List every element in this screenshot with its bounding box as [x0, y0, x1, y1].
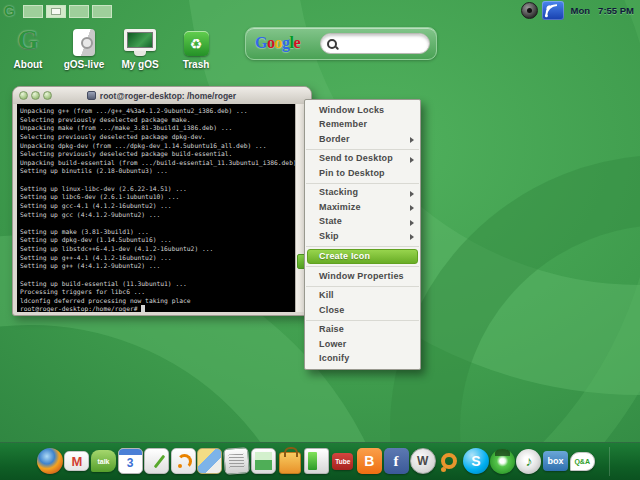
- window-button-2[interactable]: [31, 91, 40, 100]
- dock-icon-google-talk[interactable]: talk: [90, 446, 117, 476]
- dock-icon-xine[interactable]: [489, 446, 516, 476]
- menu-item-window-locks[interactable]: Window Locks: [305, 103, 420, 118]
- menu-item-label: Border: [319, 134, 350, 144]
- dock-icon-qa[interactable]: Q&A: [569, 446, 596, 476]
- desktop-icons: GAboutgOS-liveMy gOS♻Trash: [0, 26, 224, 70]
- skype-icon: S: [463, 448, 489, 474]
- pager-desktop-3[interactable]: [69, 5, 89, 18]
- menu-item-label: State: [319, 216, 342, 226]
- menu-item-label: Window Properties: [319, 271, 404, 281]
- menu-separator: [306, 266, 419, 267]
- dock-icon-google-maps[interactable]: [197, 446, 224, 476]
- menu-item-create-icon[interactable]: Create Icon: [307, 249, 418, 265]
- window-title-area: root@roger-desktop: /home/roger: [52, 91, 271, 101]
- dock-icons: Mtalk3TubeBfWS♪boxQ&A: [37, 446, 595, 476]
- submenu-arrow-icon: [410, 234, 414, 240]
- youtube-icon: Tube: [332, 453, 353, 470]
- submenu-arrow-icon: [410, 157, 414, 163]
- gos-logo-icon[interactable]: G: [4, 3, 15, 19]
- dock-icon-picasa[interactable]: [250, 446, 277, 476]
- terminal-line: Setting up g++ (4:4.1.2-9ubuntu2) ...: [20, 262, 295, 271]
- dock-icon-gmail[interactable]: M: [64, 446, 91, 476]
- dock-icon-youtube[interactable]: Tube: [330, 446, 357, 476]
- menu-item-lower[interactable]: Lower: [305, 337, 420, 352]
- menu-item-label: Window Locks: [319, 105, 384, 115]
- dock-icon-google-reader[interactable]: [170, 446, 197, 476]
- terminal-icon: [87, 91, 96, 100]
- dock-icon-meebo[interactable]: [436, 446, 463, 476]
- menu-item-remember[interactable]: Remember: [305, 118, 420, 133]
- dock-icon-google-docs[interactable]: [143, 446, 170, 476]
- dock-icon-gos-store[interactable]: [303, 446, 330, 476]
- terminal-line: Selecting previously deselected package …: [20, 133, 295, 142]
- dock-icon-google-news[interactable]: [223, 446, 250, 476]
- system-tray: Mon 7:55 PM: [521, 1, 636, 20]
- pager-desktop-4[interactable]: [92, 5, 112, 18]
- window-button-1[interactable]: [19, 91, 28, 100]
- menu-item-window-properties[interactable]: Window Properties: [305, 269, 420, 284]
- terminal-line: Setting up libc6-dev (2.6.1-1ubuntu10) .…: [20, 193, 295, 202]
- menu-item-close[interactable]: Close: [305, 303, 420, 318]
- desktop-icon-about[interactable]: GAbout: [0, 26, 56, 70]
- terminal-prompt: root@roger-desktop:/home/roger#: [20, 305, 138, 312]
- rhythmbox-icon: ♪: [516, 449, 541, 474]
- terminal-line: ldconfig deferred processing now taking …: [20, 297, 295, 306]
- terminal-line: Setting up binutils (2.18-0ubuntu3) ...: [20, 167, 295, 176]
- wifi-icon[interactable]: [542, 1, 564, 20]
- terminal-line: Setting up linux-libc-dev (2.6.22-14.51)…: [20, 185, 295, 194]
- top-panel: G Mon 7:55 PM: [0, 0, 640, 22]
- menu-item-state[interactable]: State: [305, 215, 420, 230]
- clock-time: 7:55 PM: [598, 5, 634, 16]
- google-docs-icon: [144, 448, 169, 474]
- desktop-icon-my-gos[interactable]: My gOS: [112, 26, 168, 70]
- google-talk-icon: talk: [91, 450, 116, 472]
- dock-icon-firefox[interactable]: [37, 446, 64, 476]
- clock[interactable]: Mon 7:55 PM: [571, 5, 634, 16]
- menu-item-skip[interactable]: Skip: [305, 229, 420, 244]
- menu-item-stacking[interactable]: Stacking: [305, 186, 420, 201]
- window-button-3[interactable]: [43, 91, 52, 100]
- google-news-icon: [223, 447, 250, 475]
- dock-icon-blogger[interactable]: B: [356, 446, 383, 476]
- qa-icon: Q&A: [570, 452, 595, 471]
- desktop-icon-gos-live[interactable]: gOS-live: [56, 26, 112, 70]
- terminal-line: Setting up libstdc++6-4.1-dev (4.1.2-16u…: [20, 245, 295, 254]
- terminal-titlebar[interactable]: root@roger-desktop: /home/roger: [13, 87, 311, 104]
- dock-icon-wikipedia[interactable]: W: [409, 446, 436, 476]
- dock-icon-facebook[interactable]: f: [383, 446, 410, 476]
- menu-item-border[interactable]: Border: [305, 132, 420, 147]
- dock: Mtalk3TubeBfWS♪boxQ&A: [0, 442, 640, 480]
- terminal-line: Selecting previously deselected package …: [20, 116, 295, 125]
- menu-item-send-to-desktop[interactable]: Send to Desktop: [305, 152, 420, 167]
- submenu-arrow-icon: [410, 220, 414, 226]
- dock-icon-box-net[interactable]: box: [542, 446, 569, 476]
- menu-item-label: Remember: [319, 119, 367, 129]
- google-shopping-icon: [279, 452, 301, 474]
- menu-item-raise[interactable]: Raise: [305, 323, 420, 338]
- menu-item-pin-to-desktop[interactable]: Pin to Desktop: [305, 166, 420, 181]
- google-calendar-icon: 3: [118, 448, 143, 474]
- desktop-icon-trash[interactable]: ♻Trash: [168, 26, 224, 70]
- dock-icon-google-shopping[interactable]: [276, 446, 303, 476]
- google-logo-letter: G: [255, 34, 267, 51]
- submenu-arrow-icon: [410, 137, 414, 143]
- pager-desktop-2[interactable]: [46, 5, 66, 18]
- pager-desktop-1[interactable]: [23, 5, 43, 18]
- menu-item-label: Raise: [319, 324, 344, 334]
- menu-item-maximize[interactable]: Maximize: [305, 200, 420, 215]
- terminal-output[interactable]: Unpacking g++ (from .../g++_4%3a4.1.2-9u…: [17, 104, 295, 312]
- dock-icon-google-calendar[interactable]: 3: [117, 446, 144, 476]
- terminal-line: Unpacking dpkg-dev (from .../dpkg-dev_1.…: [20, 142, 295, 151]
- google-logo-letter: e: [293, 34, 300, 51]
- menu-separator: [306, 286, 419, 287]
- dock-icon-rhythmbox[interactable]: ♪: [516, 446, 543, 476]
- google-logo-letter: o: [274, 34, 282, 51]
- desktop-icon-label: About: [14, 59, 43, 70]
- menu-item-iconify[interactable]: Iconify: [305, 352, 420, 367]
- volume-icon[interactable]: [521, 2, 538, 19]
- terminal-window[interactable]: root@roger-desktop: /home/roger Unpackin…: [12, 86, 312, 316]
- dock-icon-skype[interactable]: S: [463, 446, 490, 476]
- desktop-icon-label: gOS-live: [64, 59, 105, 70]
- menu-item-kill[interactable]: Kill: [305, 289, 420, 304]
- menu-item-label: Kill: [319, 290, 334, 300]
